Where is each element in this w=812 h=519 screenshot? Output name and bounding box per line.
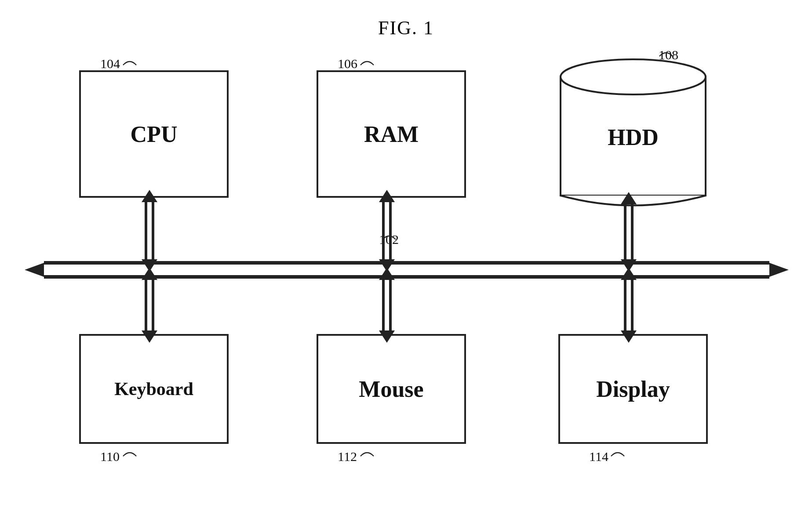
svg-marker-21: [621, 192, 637, 204]
cpu-box: CPU: [79, 70, 229, 198]
svg-marker-18: [379, 259, 395, 272]
cpu-label: CPU: [131, 121, 178, 147]
svg-point-5: [561, 59, 706, 94]
bus-ref: 102: [379, 232, 399, 247]
svg-rect-4: [561, 77, 706, 196]
mouse-box: Mouse: [317, 334, 466, 444]
svg-marker-10: [769, 263, 789, 277]
keyboard-ref: 110: [100, 449, 120, 464]
keyboard-label: Keyboard: [114, 378, 193, 399]
display-label: Display: [596, 376, 670, 402]
figure-title: FIG. 1: [378, 17, 434, 39]
svg-marker-14: [142, 259, 157, 272]
ram-label: RAM: [364, 121, 419, 147]
display-box: Display: [558, 334, 708, 444]
svg-marker-9: [25, 263, 44, 277]
display-ref: 114: [589, 449, 608, 464]
svg-text:HDD: HDD: [608, 125, 659, 150]
ram-box: RAM: [317, 70, 466, 198]
cpu-ref: 104: [100, 56, 120, 71]
keyboard-box: Keyboard: [79, 334, 229, 444]
mouse-label: Mouse: [359, 376, 423, 402]
diagram-container: FIG. 1 CPU 104 RAM 106 108 Keyboard 110 …: [0, 0, 812, 519]
svg-marker-33: [621, 268, 637, 280]
svg-marker-29: [379, 268, 395, 280]
hdd-ref: 108: [659, 47, 678, 62]
ram-ref: 106: [338, 56, 357, 71]
mouse-ref: 112: [338, 449, 357, 464]
svg-marker-25: [142, 268, 157, 280]
svg-marker-22: [621, 259, 637, 272]
